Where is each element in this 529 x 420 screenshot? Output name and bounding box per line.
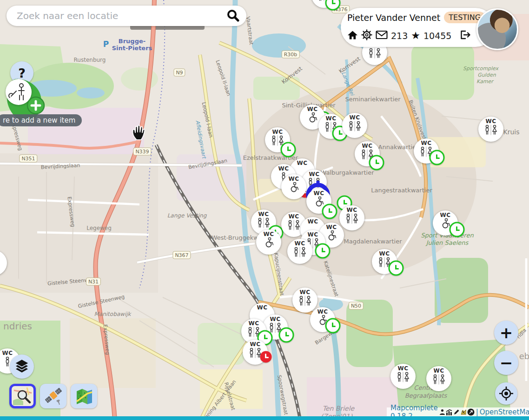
contributor-icon[interactable]	[439, 409, 445, 415]
user-avatar[interactable]	[476, 8, 518, 50]
map-canvas[interactable]: Brugge-Sint-PietersPRustenburgVaartstraa…	[0, 0, 529, 420]
man-woman-icon	[296, 295, 314, 310]
opening-hours-open-badge[interactable]	[450, 222, 465, 237]
opening-hours-open-badge[interactable]	[369, 155, 384, 171]
road-shield: N339	[133, 148, 151, 156]
wc-marker-label: WC	[258, 211, 269, 217]
wc-marker-mf[interactable]: WC	[342, 113, 367, 138]
wc-marker-mf[interactable]: WC	[390, 364, 416, 389]
wc-marker-wheelchair[interactable]: WC	[281, 174, 306, 199]
wc-marker-label: WC	[433, 368, 444, 374]
attribution-bar: Mapcomplete 0.18.2 | OpenStreetMap	[387, 407, 529, 417]
layers-button[interactable]	[10, 354, 34, 379]
hand-cursor-icon	[131, 124, 146, 144]
attribution-osm-link[interactable]: OpenStreetMap	[480, 408, 529, 416]
wheelchair-icon	[259, 237, 278, 252]
wc-marker-label: WC	[309, 171, 319, 177]
wc-marker-label: WC	[317, 309, 328, 315]
layers-icon	[13, 358, 31, 375]
opening-hours-open-badge[interactable]	[430, 150, 445, 165]
search-input[interactable]	[16, 10, 226, 22]
folded-map-icon	[75, 387, 93, 405]
wc-marker-label: WC	[263, 231, 274, 237]
satellite-icon	[43, 387, 64, 406]
man-woman-icon	[365, 48, 384, 63]
wc-marker-label: WC	[288, 214, 299, 220]
wc-marker-label: WC	[288, 176, 299, 182]
add-item-tooltip: re to add a new item	[0, 114, 82, 126]
user-panel[interactable]: Pieter Vander Vennet TESTING	[341, 8, 495, 47]
road-shield: R30b	[282, 51, 300, 59]
wc-marker-label: WC	[272, 129, 283, 135]
opening-hours-open-badge[interactable]	[389, 261, 404, 276]
wc-marker-mf[interactable]: WC	[478, 117, 503, 142]
zoom-in-button[interactable]: +	[494, 321, 518, 345]
opening-hours-open-badge[interactable]	[279, 328, 294, 343]
wc-marker-label: WC	[250, 341, 260, 348]
changesets-count: 10455	[423, 31, 451, 41]
mapcomplete-logo-icon[interactable]	[460, 409, 467, 415]
home-icon[interactable]	[347, 30, 358, 42]
wc-marker-mf[interactable]: WC	[426, 366, 451, 391]
wheelchair-icon	[284, 182, 303, 197]
wc-marker-label: WC	[325, 116, 336, 122]
man-woman-icon	[291, 247, 309, 262]
opening-hours-open-badge[interactable]	[281, 142, 296, 158]
man-woman-icon	[345, 121, 364, 136]
wc-marker-label: WC	[397, 366, 408, 372]
wc-marker-label: WC	[485, 118, 496, 125]
road-shield: N367	[172, 251, 191, 259]
road-shield: N50	[349, 302, 364, 310]
wc-marker-label: WC	[278, 166, 289, 172]
search-icon[interactable]	[226, 9, 240, 23]
wc-marker-wheelchair[interactable]: WC	[256, 230, 281, 255]
background-layer-switcher	[9, 384, 97, 408]
star-icon: ★	[411, 31, 420, 40]
osm-carto-magnifier-icon	[13, 387, 33, 405]
attribution-separator: |	[476, 408, 478, 416]
zoom-out-button[interactable]: −	[494, 351, 518, 375]
wc-marker-label: WC	[362, 143, 372, 149]
geolocate-button[interactable]	[495, 382, 517, 405]
user-name: Pieter Vander Vennet	[347, 13, 440, 23]
wc-marker-label: WC	[270, 316, 280, 322]
background-layer-osm-button[interactable]	[9, 384, 36, 408]
opening-hours-open-badge[interactable]	[315, 243, 331, 259]
wc-marker-mf[interactable]: WC	[287, 239, 312, 264]
wc-marker-label: WC	[307, 106, 317, 112]
wc-marker-label: WC	[313, 190, 324, 197]
wc-marker-label: WC	[248, 321, 259, 327]
crosshair-icon	[498, 386, 514, 401]
settings-gear-icon[interactable]	[361, 29, 372, 42]
wc-marker-mf[interactable]: WC	[292, 288, 317, 313]
man-woman-icon	[430, 374, 448, 389]
background-layer-map-button[interactable]	[71, 384, 97, 408]
location-arrow-icon[interactable]	[467, 408, 475, 416]
attribution-icons	[439, 408, 475, 416]
search-bar[interactable]	[7, 6, 246, 26]
wc-marker-label: WC	[299, 289, 310, 295]
man-woman-icon	[482, 125, 500, 139]
wc-marker-label: WC	[2, 350, 13, 356]
statistics-icon[interactable]	[446, 409, 453, 415]
wc-marker-label: WC	[379, 251, 390, 257]
wc-marker-label: WC	[326, 224, 337, 230]
wc-marker-mf[interactable]: WC	[339, 205, 364, 230]
wc-marker-label: WC	[307, 219, 318, 225]
opening-hours-closed-badge[interactable]	[260, 351, 272, 363]
edit-pencil-icon[interactable]	[453, 409, 460, 415]
opening-hours-open-badge[interactable]	[325, 318, 341, 334]
wc-marker-label: WC	[307, 232, 318, 238]
opening-hours-open-badge[interactable]	[322, 204, 337, 219]
road-shield: N351	[19, 155, 37, 163]
bottom-strip	[0, 416, 529, 420]
road-shield: N9	[173, 69, 185, 77]
messages-icon[interactable]	[376, 30, 388, 41]
messages-count: 213	[391, 31, 408, 41]
man-woman-icon	[343, 213, 361, 228]
background-layer-satellite-button[interactable]	[40, 384, 66, 408]
wc-marker-label: WC	[294, 241, 305, 247]
wc-marker-label: WC	[440, 212, 450, 218]
wc-marker-label: WC	[297, 160, 307, 166]
logout-icon[interactable]	[459, 30, 470, 42]
